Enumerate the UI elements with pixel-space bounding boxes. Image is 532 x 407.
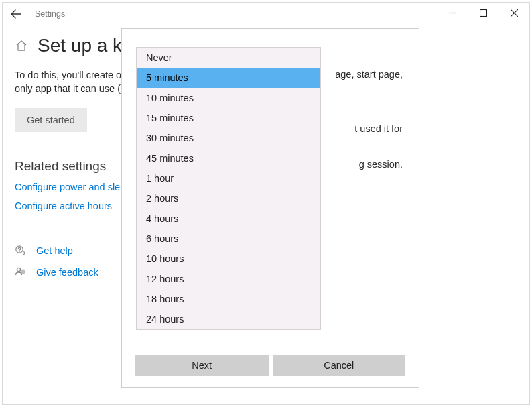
next-button[interactable]: Next	[135, 355, 269, 376]
app-title: Settings	[35, 9, 65, 19]
maximize-icon	[480, 9, 487, 17]
svg-point-3	[17, 268, 20, 271]
maximize-button[interactable]	[468, 3, 498, 23]
close-icon	[511, 9, 518, 17]
link-give-feedback[interactable]: Give feedback	[36, 267, 98, 278]
dropdown-option[interactable]: 18 hours	[137, 289, 320, 309]
arrow-left-icon	[11, 9, 21, 19]
dropdown-option[interactable]: 1 hour	[137, 168, 320, 188]
dropdown-option[interactable]: 6 hours	[137, 229, 320, 249]
help-icon	[15, 245, 27, 257]
idle-timeout-dropdown[interactable]: Never5 minutes10 minutes15 minutes30 min…	[136, 47, 321, 330]
dropdown-option[interactable]: Never	[137, 48, 320, 68]
dropdown-option[interactable]: 2 hours	[137, 188, 320, 209]
dropdown-option[interactable]: 45 minutes	[137, 148, 320, 168]
home-icon	[15, 39, 28, 52]
minimize-button[interactable]	[437, 3, 468, 23]
dropdown-option[interactable]: 24 hours	[137, 309, 320, 329]
dropdown-option[interactable]: 10 minutes	[137, 88, 320, 108]
minimize-icon	[449, 9, 456, 17]
titlebar: Settings	[3, 3, 529, 25]
dropdown-option[interactable]: 10 hours	[137, 249, 320, 269]
svg-point-2	[19, 251, 19, 252]
back-button[interactable]	[3, 3, 29, 25]
dropdown-option[interactable]: 30 minutes	[137, 128, 320, 148]
window-controls	[437, 3, 529, 23]
dropdown-option[interactable]: 15 minutes	[137, 108, 320, 128]
link-get-help[interactable]: Get help	[36, 245, 73, 256]
feedback-icon	[15, 266, 27, 278]
dropdown-option[interactable]: 5 minutes	[137, 68, 320, 88]
dropdown-option[interactable]: 12 hours	[137, 269, 320, 289]
dialog-footer: Next Cancel	[135, 355, 405, 376]
get-started-button[interactable]: Get started	[15, 108, 87, 132]
dropdown-option[interactable]: 4 hours	[137, 209, 320, 229]
svg-rect-0	[480, 9, 486, 16]
close-button[interactable]	[498, 3, 529, 23]
cancel-button[interactable]: Cancel	[273, 355, 406, 376]
settings-window: Settings Set up a kiosk To do this, you'…	[2, 2, 530, 405]
